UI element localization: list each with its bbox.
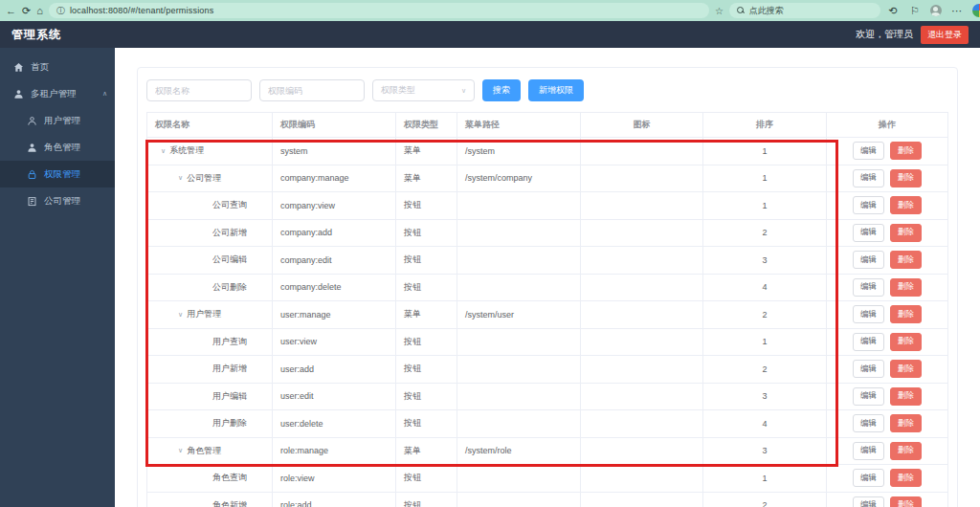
edit-button[interactable]: 编辑 (853, 169, 884, 187)
sidebar-item-role[interactable]: 角色管理 (0, 134, 115, 161)
menu-path-cell (457, 219, 581, 247)
menu-path-cell (457, 247, 581, 275)
browser-search-box[interactable]: 点此搜索 (729, 3, 880, 18)
delete-button[interactable]: 删除 (890, 333, 922, 351)
delete-button[interactable]: 删除 (890, 305, 922, 323)
table-row[interactable]: 公司编辑 company:edit 按钮 3 编辑 删除 (147, 247, 948, 275)
table-row[interactable]: 用户删除 user:delete 按钮 4 编辑 删除 (147, 410, 948, 438)
edit-button[interactable]: 编辑 (853, 387, 884, 406)
icon-cell (581, 437, 703, 465)
sidebar-item-home[interactable]: 首页 (0, 54, 115, 80)
permission-type-select[interactable]: 权限类型 ∨ (372, 79, 475, 101)
browser-search-placeholder: 点此搜索 (749, 5, 784, 17)
collections-flag-icon[interactable]: ⚐ (908, 6, 922, 16)
col-permission-code: 权限编码 (273, 113, 396, 138)
refresh-icon[interactable]: ⟳ (22, 6, 31, 16)
lock-icon (27, 169, 37, 180)
table-row[interactable]: 角色新增 role:add 按钮 2 编辑 删除 (147, 492, 948, 507)
permission-code-input[interactable] (259, 79, 365, 101)
bookmark-star-icon[interactable]: ☆ (715, 6, 724, 16)
delete-button[interactable]: 删除 (890, 251, 922, 269)
edit-button[interactable]: 编辑 (853, 469, 884, 487)
edit-button[interactable]: 编辑 (853, 333, 884, 351)
permission-type-cell: 菜单 (396, 138, 457, 165)
add-permission-button[interactable]: 新增权限 (528, 79, 584, 101)
delete-button[interactable]: 删除 (890, 387, 922, 406)
delete-button[interactable]: 删除 (890, 414, 922, 432)
edit-button[interactable]: 编辑 (853, 305, 884, 323)
delete-button[interactable]: 删除 (890, 224, 922, 242)
logout-button[interactable]: 退出登录 (921, 26, 969, 44)
permission-name-input[interactable] (146, 79, 252, 101)
table-row[interactable]: ∨ 系统管理 system 菜单 /system 1 编辑 删除 (147, 138, 948, 165)
edit-button[interactable]: 编辑 (853, 360, 884, 378)
table-row[interactable]: 角色查询 role:view 按钮 1 编辑 删除 (147, 465, 948, 493)
delete-button[interactable]: 删除 (890, 360, 922, 378)
home-icon[interactable]: ⌂ (36, 6, 43, 16)
sort-cell: 2 (703, 301, 827, 329)
permission-type-cell: 菜单 (396, 165, 457, 192)
permission-code-cell: user:delete (273, 410, 396, 438)
menu-path-cell: /system/role (457, 437, 581, 465)
delete-button[interactable]: 删除 (890, 169, 922, 187)
permission-type-cell: 按钮 (396, 274, 457, 301)
search-icon (737, 7, 745, 14)
edit-button[interactable]: 编辑 (853, 142, 884, 160)
table-row[interactable]: 用户查询 user:view 按钮 1 编辑 删除 (147, 328, 948, 356)
browser-avatar[interactable] (930, 5, 942, 16)
table-row[interactable]: ∨ 角色管理 role:manage 菜单 /system/role 3 编辑 … (147, 437, 948, 465)
sidebar-item-lock[interactable]: 权限管理 (0, 161, 115, 187)
table-row[interactable]: ∨ 公司管理 company:manage 菜单 /system/company… (147, 165, 948, 192)
icon-cell (581, 274, 703, 301)
table-row[interactable]: ∨ 用户管理 user:manage 菜单 /system/user 2 编辑 … (147, 301, 948, 329)
address-bar[interactable]: ⓘ localhost:8080/#/tenant/permissions (49, 3, 709, 18)
tenant-icon (13, 89, 24, 99)
sidebar-item-label: 用户管理 (44, 115, 80, 127)
sidebar-item-tenant[interactable]: 多租户管理 ∧ (0, 80, 115, 107)
expand-caret-icon[interactable]: ∨ (178, 174, 183, 182)
delete-button[interactable]: 删除 (890, 278, 922, 297)
menu-path-cell (457, 192, 581, 220)
table-row[interactable]: 用户编辑 user:edit 按钮 3 编辑 删除 (147, 383, 948, 410)
table-row[interactable]: 公司删除 company:delete 按钮 4 编辑 删除 (147, 274, 948, 301)
app-title: 管理系统 (11, 27, 61, 43)
delete-button[interactable]: 删除 (890, 142, 922, 160)
edit-button[interactable]: 编辑 (853, 196, 884, 214)
expand-caret-icon[interactable]: ∨ (178, 311, 183, 319)
permission-name-cell: 角色查询 (212, 472, 247, 484)
sidebar-item-company[interactable]: 公司管理 (0, 187, 115, 214)
permission-type-cell: 按钮 (396, 383, 457, 410)
table-row[interactable]: 公司查询 company:view 按钮 1 编辑 删除 (147, 192, 948, 220)
edit-button[interactable]: 编辑 (853, 414, 884, 432)
history-icon[interactable]: ⟲ (886, 6, 900, 16)
permission-type-cell: 按钮 (396, 356, 457, 384)
permission-name-cell: 公司删除 (212, 281, 247, 294)
expand-caret-icon[interactable]: ∨ (178, 447, 183, 454)
table-row[interactable]: 用户新增 user:add 按钮 2 编辑 删除 (147, 356, 948, 384)
edit-button[interactable]: 编辑 (853, 278, 884, 297)
expand-caret-icon[interactable]: ∨ (161, 147, 166, 155)
url-text[interactable]: localhost:8080/#/tenant/permissions (70, 6, 214, 15)
sort-cell: 4 (703, 274, 827, 301)
edit-button[interactable]: 编辑 (853, 251, 884, 269)
edit-button[interactable]: 编辑 (853, 442, 884, 460)
edit-button[interactable]: 编辑 (853, 224, 884, 242)
extension-icon[interactable] (972, 4, 980, 17)
search-button[interactable]: 搜索 (482, 79, 521, 101)
back-icon[interactable]: ← (6, 6, 16, 16)
sidebar-item-label: 角色管理 (44, 142, 80, 154)
table-row[interactable]: 公司新增 company:add 按钮 2 编辑 删除 (147, 219, 948, 247)
sidebar-item-user[interactable]: 用户管理 (0, 107, 115, 134)
sort-cell: 1 (703, 328, 827, 356)
delete-button[interactable]: 删除 (890, 442, 922, 460)
icon-cell (581, 219, 703, 247)
site-info-icon[interactable]: ⓘ (56, 5, 65, 17)
delete-button[interactable]: 删除 (890, 196, 922, 214)
icon-cell (581, 301, 703, 329)
delete-button[interactable]: 删除 (890, 496, 922, 507)
delete-button[interactable]: 删除 (890, 469, 922, 487)
permission-type-placeholder: 权限类型 (381, 84, 415, 97)
edit-button[interactable]: 编辑 (853, 496, 884, 507)
browser-menu-icon[interactable]: ⋯ (950, 6, 964, 16)
permission-name-cell: 公司新增 (212, 227, 247, 239)
